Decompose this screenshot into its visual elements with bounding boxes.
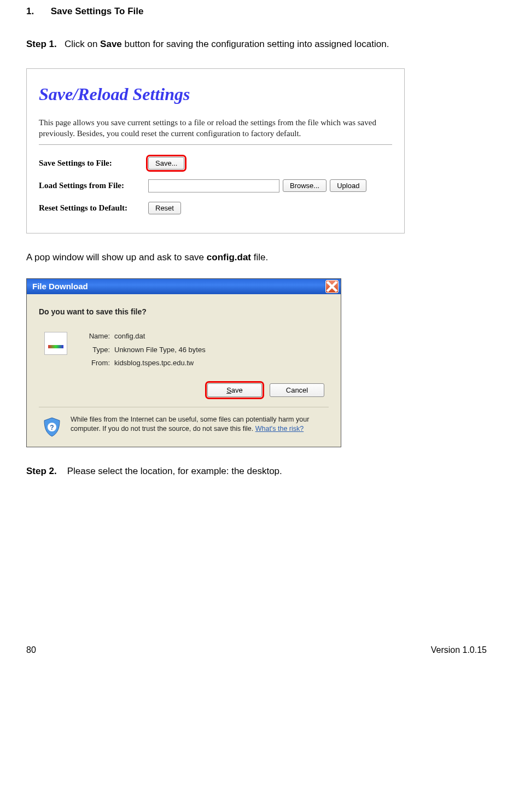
step2-text: Please select the location, for example:… — [67, 466, 282, 476]
type-key: Type: — [78, 343, 110, 357]
mid-suffix: file. — [251, 252, 268, 262]
section-number: 1. — [26, 3, 48, 20]
row-load-from-file: Load Settings from File: Browse... Uploa… — [39, 178, 392, 193]
mid-prefix: A pop window will show up and ask to sav… — [26, 252, 207, 262]
dialog-title: File Download — [32, 279, 325, 294]
row3-label: Reset Settings to Default: — [39, 201, 148, 215]
dialog-buttons: Save Cancel — [39, 383, 324, 397]
step-2: Step 2. Please select the location, for … — [26, 464, 487, 478]
dialog-save-button[interactable]: Save — [207, 383, 262, 397]
section-heading: 1. Save Settings To File — [26, 3, 487, 20]
page-footer: 80 Version 1.0.15 — [26, 642, 487, 656]
warning-text: While files from the Internet can be use… — [71, 415, 329, 434]
svg-text:?: ? — [50, 424, 54, 431]
upload-button[interactable]: Upload — [330, 179, 366, 192]
divider — [39, 144, 392, 145]
file-info-row: Name: config.dat Type: Unknown File Type… — [39, 330, 329, 370]
section-title-text: Save Settings To File — [51, 6, 144, 16]
step-1: Step 1. Click on Save button for saving … — [26, 33, 487, 56]
save-button[interactable]: Save... — [148, 157, 184, 170]
screenshot-file-download-dialog: File Download Do you want to save this f… — [26, 278, 341, 447]
mid-text: A pop window will show up and ask to sav… — [26, 250, 487, 265]
meta-name: Name: config.dat — [78, 330, 329, 343]
name-value: config.dat — [114, 330, 145, 343]
row1-label: Save Settings to File: — [39, 156, 148, 171]
shield-icon: ? — [41, 416, 63, 438]
step1-label: Step 1. — [26, 39, 57, 49]
from-value: kidsblog.tspes.tpc.edu.tw — [114, 357, 194, 370]
step2-label: Step 2. — [26, 466, 57, 476]
row-reset-default: Reset Settings to Default: Reset — [39, 201, 392, 215]
meta-from: From: kidsblog.tspes.tpc.edu.tw — [78, 357, 329, 370]
dialog-divider — [39, 407, 329, 407]
dialog-question: Do you want to save this file? — [39, 305, 329, 319]
warning-row: ? While files from the Internet can be u… — [39, 415, 329, 438]
screenshot1-desc: This page allows you save current settin… — [39, 117, 392, 139]
name-key: Name: — [78, 330, 110, 343]
version-text: Version 1.0.15 — [431, 642, 487, 656]
whats-the-risk-link[interactable]: What's the risk? — [255, 425, 304, 433]
save-underline: S — [226, 386, 231, 394]
step1-text-1: Click on — [65, 39, 100, 49]
step1-text-2: button for saving the configuration sett… — [122, 39, 389, 49]
save-rest: ave — [231, 386, 243, 394]
row-save-to-file: Save Settings to File: Save... — [39, 156, 392, 171]
close-icon[interactable] — [325, 280, 339, 293]
screenshot-save-reload: Save/Reload Settings This page allows yo… — [26, 68, 405, 233]
step1-save-word: Save — [100, 39, 122, 49]
dialog-body: Do you want to save this file? Name: con… — [27, 294, 341, 447]
from-key: From: — [78, 357, 110, 370]
type-value: Unknown File Type, 46 bytes — [114, 343, 206, 357]
dialog-cancel-button[interactable]: Cancel — [270, 383, 324, 397]
file-icon — [44, 332, 67, 355]
browse-button[interactable]: Browse... — [283, 179, 327, 192]
mid-bold: config.dat — [207, 252, 251, 262]
load-file-input[interactable] — [148, 179, 279, 192]
page-number: 80 — [26, 645, 36, 655]
screenshot1-heading: Save/Reload Settings — [39, 79, 392, 110]
row2-label: Load Settings from File: — [39, 178, 148, 193]
reset-button[interactable]: Reset — [148, 202, 181, 214]
meta-type: Type: Unknown File Type, 46 bytes — [78, 343, 329, 357]
dialog-titlebar: File Download — [27, 279, 341, 294]
